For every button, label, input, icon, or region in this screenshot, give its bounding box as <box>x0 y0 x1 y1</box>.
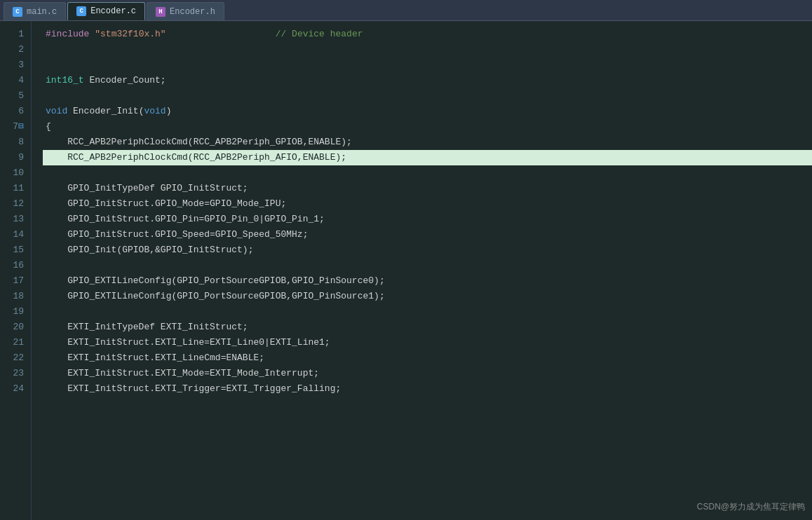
line-number: 4 <box>7 73 24 88</box>
code-line <box>43 57 812 73</box>
line-number: 13 <box>7 212 24 227</box>
editor-wrapper: Cmain.cCEncoder.cHEncoder.h 1234567⊟8910… <box>0 0 812 520</box>
tab-encoder-c[interactable]: CEncoder.c <box>67 2 145 20</box>
fold-indicator[interactable]: ⊟ <box>18 121 24 132</box>
tab-bar: Cmain.cCEncoder.cHEncoder.h <box>0 0 812 21</box>
code-line: EXTI_InitStruct.EXTI_Line=EXTI_Line0|EXT… <box>43 335 812 350</box>
line-number: 2 <box>7 42 24 57</box>
line-number: 3 <box>7 57 24 73</box>
line-number: 8 <box>7 135 24 150</box>
code-line: GPIO_InitStruct.GPIO_Speed=GPIO_Speed_50… <box>43 227 812 242</box>
code-area: 1234567⊟89101112131415161718192021222324… <box>0 21 812 520</box>
line-number: 16 <box>7 258 24 273</box>
tab-label: Encoder.c <box>90 6 136 16</box>
file-icon-c: C <box>13 7 22 17</box>
line-number: 12 <box>7 196 24 212</box>
code-line: RCC_APB2PeriphClockCmd(RCC_APB2Periph_GP… <box>43 135 812 150</box>
line-number: 18 <box>7 289 24 304</box>
line-number: 23 <box>7 366 24 381</box>
line-number: 24 <box>7 381 24 397</box>
line-number: 20 <box>7 320 24 335</box>
line-number: 19 <box>7 304 24 320</box>
code-line <box>43 165 812 181</box>
line-number: 15 <box>7 242 24 258</box>
code-line <box>43 42 812 57</box>
code-line: void Encoder_Init(void) <box>43 104 812 119</box>
tab-encoder-h[interactable]: HEncoder.h <box>147 2 224 20</box>
code-line: GPIO_Init(GPIOB,&GPIO_InitStruct); <box>43 242 812 258</box>
line-number: 6 <box>7 104 24 119</box>
code-line: GPIO_EXTILineConfig(GPIO_PortSourceGPIOB… <box>43 289 812 304</box>
code-line: EXTI_InitTypeDef EXTI_InitStruct; <box>43 320 812 335</box>
editor-container: Cmain.cCEncoder.cHEncoder.h 1234567⊟8910… <box>0 0 812 520</box>
line-number: 5 <box>7 88 24 104</box>
code-line <box>43 258 812 273</box>
code-line <box>43 88 812 104</box>
line-number: 14 <box>7 227 24 242</box>
file-icon-c: C <box>76 6 86 16</box>
code-line: GPIO_EXTILineConfig(GPIO_PortSourceGPIOB… <box>43 273 812 289</box>
line-number: 21 <box>7 335 24 350</box>
code-line: RCC_APB2PeriphClockCmd(RCC_APB2Periph_AF… <box>43 150 812 165</box>
code-line: GPIO_InitStruct.GPIO_Mode=GPIO_Mode_IPU; <box>43 196 812 212</box>
code-line: #include "stm32f10x.h" // Device header <box>43 27 812 42</box>
file-icon-h: H <box>156 7 165 17</box>
line-number: 22 <box>7 350 24 366</box>
line-number: 11 <box>7 181 24 196</box>
line-number: 17 <box>7 273 24 289</box>
line-number: 10 <box>7 165 24 181</box>
code-line <box>43 304 812 320</box>
code-line: EXTI_InitStruct.EXTI_LineCmd=ENABLE; <box>43 350 812 366</box>
line-number: 7⊟ <box>7 119 24 135</box>
code-line: EXTI_InitStruct.EXTI_Trigger=EXTI_Trigge… <box>43 381 812 397</box>
code-line: GPIO_InitStruct.GPIO_Pin=GPIO_Pin_0|GPIO… <box>43 212 812 227</box>
code-line: GPIO_InitTypeDef GPIO_InitStruct; <box>43 181 812 196</box>
line-number: 1 <box>7 27 24 42</box>
line-numbers: 1234567⊟89101112131415161718192021222324 <box>0 21 32 520</box>
code-content[interactable]: #include "stm32f10x.h" // Device headeri… <box>32 21 812 520</box>
code-line: EXTI_InitStruct.EXTI_Mode=EXTI_Mode_Inte… <box>43 366 812 381</box>
tab-label: main.c <box>27 7 57 17</box>
tab-label: Encoder.h <box>170 7 215 17</box>
code-line: int16_t Encoder_Count; <box>43 73 812 88</box>
watermark: CSDN@努力成为焦耳定律鸭 <box>697 501 805 513</box>
tab-main-c[interactable]: Cmain.c <box>4 2 66 20</box>
code-line: { <box>43 119 812 135</box>
line-number: 9 <box>7 150 24 165</box>
